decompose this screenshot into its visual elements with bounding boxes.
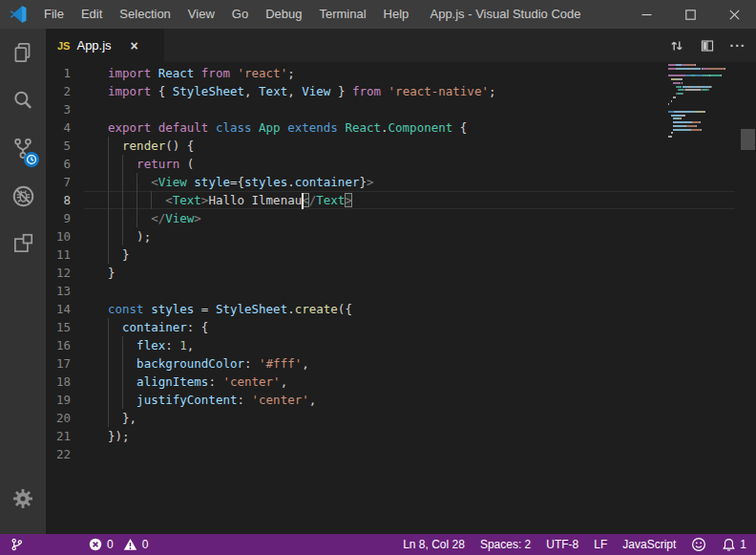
code-line-13[interactable] — [108, 282, 672, 300]
code-line-21[interactable]: }); — [108, 427, 672, 445]
problems-indicator[interactable]: 0 0 — [89, 538, 148, 551]
minimap-line — [668, 72, 737, 74]
indent-guide — [122, 191, 123, 209]
code-line-8[interactable]: <Text>Hallo Ilmenau</Text> — [108, 191, 672, 209]
text-cursor — [302, 193, 304, 209]
notifications[interactable]: 1 — [722, 537, 746, 552]
code-line-17[interactable]: backgroundColor: '#fff', — [108, 354, 672, 373]
status-utf-8[interactable]: UTF-8 — [546, 538, 578, 551]
maximize-icon[interactable] — [668, 0, 712, 29]
line-number-22: 22 — [46, 445, 71, 463]
status-right: Ln 8, Col 28Spaces: 2UTF-8LFJavaScript 1 — [403, 537, 756, 552]
indent-guide — [122, 391, 123, 409]
status-javascript[interactable]: JavaScript — [622, 538, 676, 551]
menu-file[interactable]: File — [35, 0, 73, 29]
notifications-count: 1 — [740, 538, 746, 551]
errors-icon — [89, 538, 102, 551]
debug-icon[interactable] — [0, 172, 46, 220]
git-branch-icon[interactable] — [10, 537, 24, 552]
warnings-count: 0 — [142, 538, 149, 551]
line-number-9: 9 — [46, 209, 71, 227]
indent-guide — [122, 155, 123, 173]
code-line-15[interactable]: container: { — [108, 318, 672, 336]
vscode-window: FileEditSelectionViewGoDebugTerminalHelp… — [0, 0, 756, 555]
line-number-17: 17 — [46, 354, 71, 373]
minimap-line — [668, 121, 737, 123]
line-number-6: 6 — [46, 155, 71, 173]
code-line-10[interactable]: ); — [108, 227, 672, 245]
menu-edit[interactable]: Edit — [73, 0, 111, 29]
code-content[interactable]: import React from 'react';import { Style… — [108, 64, 672, 463]
open-changes-icon[interactable] — [668, 37, 685, 54]
status-lf[interactable]: LF — [594, 538, 607, 551]
code-line-1[interactable]: import React from 'react'; — [108, 64, 672, 82]
menu-go[interactable]: Go — [223, 0, 257, 29]
status-spaces-2[interactable]: Spaces: 2 — [480, 538, 531, 551]
indent-guide — [122, 336, 123, 354]
minimap-line — [668, 89, 737, 91]
settings-gear-icon[interactable] — [0, 475, 46, 523]
tab-close-icon[interactable]: × — [131, 39, 138, 53]
tab-appjs[interactable]: JS App.js × — [46, 29, 164, 62]
indent-guide — [151, 191, 152, 209]
menu-debug[interactable]: Debug — [257, 0, 310, 29]
editor-gutter: 12345678910111213141516171819202122 — [46, 64, 108, 463]
line-number-12: 12 — [46, 264, 71, 282]
feedback-smiley-icon[interactable] — [691, 537, 706, 552]
more-actions-icon[interactable]: ··· — [729, 37, 746, 54]
indent-guide — [108, 336, 109, 354]
code-line-14[interactable]: const styles = StyleSheet.create({ — [108, 300, 672, 318]
warnings-icon — [123, 538, 137, 551]
code-line-12[interactable]: } — [108, 264, 672, 282]
menu-terminal[interactable]: Terminal — [310, 0, 374, 29]
tab-bar: JS App.js × ··· — [46, 29, 756, 62]
indent-guide — [136, 209, 137, 227]
close-icon[interactable] — [712, 0, 756, 29]
indent-guide — [136, 191, 137, 209]
line-number-19: 19 — [46, 391, 71, 409]
status-ln-8-col-28[interactable]: Ln 8, Col 28 — [403, 538, 465, 551]
status-right-items: Ln 8, Col 28Spaces: 2UTF-8LFJavaScript — [403, 538, 676, 551]
code-line-22[interactable] — [108, 445, 672, 463]
explorer-icon[interactable] — [0, 29, 46, 76]
menu-view[interactable]: View — [179, 0, 223, 29]
code-line-4[interactable]: export default class App extends React.C… — [108, 118, 672, 137]
line-number-11: 11 — [46, 245, 71, 264]
code-line-16[interactable]: flex: 1, — [108, 336, 672, 354]
code-editor[interactable]: 12345678910111213141516171819202122 impo… — [46, 62, 756, 534]
scrollbar-thumb[interactable] — [741, 129, 755, 150]
indent-guide — [108, 354, 109, 373]
extensions-icon[interactable] — [0, 220, 46, 267]
minimap-line — [668, 64, 737, 66]
code-line-7[interactable]: <View style={styles.container}> — [108, 173, 672, 191]
status-left: 0 0 — [0, 537, 148, 552]
window-controls — [624, 0, 756, 29]
code-line-19[interactable]: justifyContent: 'center', — [108, 391, 672, 409]
minimap[interactable] — [668, 64, 737, 143]
menu-selection[interactable]: Selection — [111, 0, 178, 29]
minimap-line — [668, 115, 737, 117]
editor-actions: ··· — [668, 29, 746, 62]
code-line-11[interactable]: } — [108, 245, 672, 264]
code-line-3[interactable] — [108, 100, 672, 118]
line-number-13: 13 — [46, 282, 71, 300]
minimize-icon[interactable] — [624, 0, 668, 29]
code-line-20[interactable]: }, — [108, 409, 672, 427]
source-control-icon[interactable] — [0, 124, 46, 172]
line-number-18: 18 — [46, 373, 71, 391]
split-editor-icon[interactable] — [699, 37, 716, 54]
code-line-2[interactable]: import { StyleSheet, Text, View } from '… — [108, 82, 672, 100]
code-line-9[interactable]: </View> — [108, 209, 672, 227]
indent-guide — [108, 209, 109, 227]
minimap-line — [668, 75, 737, 76]
indent-guide — [108, 391, 109, 409]
indent-guide — [122, 227, 123, 245]
code-line-5[interactable]: render() { — [108, 137, 672, 155]
minimap-line — [668, 82, 737, 84]
code-line-18[interactable]: alignItems: 'center', — [108, 373, 672, 391]
indent-guide — [108, 155, 109, 173]
minimap-line — [668, 100, 737, 102]
code-line-6[interactable]: return ( — [108, 155, 672, 173]
line-number-20: 20 — [46, 409, 71, 427]
search-icon[interactable] — [0, 76, 46, 124]
